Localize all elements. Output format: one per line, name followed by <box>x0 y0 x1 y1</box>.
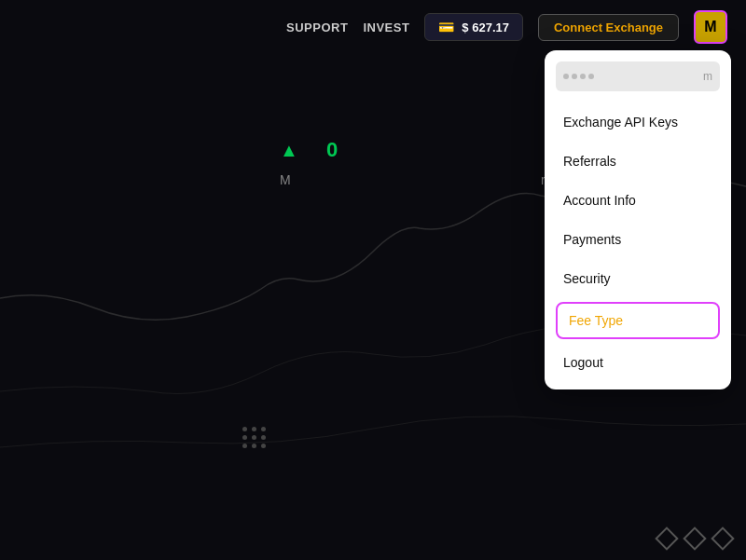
support-link[interactable]: SUPPORT <box>286 20 348 34</box>
user-dots <box>563 74 594 79</box>
dropdown-item-exchange-api-keys[interactable]: Exchange API Keys <box>545 102 731 142</box>
dropdown-item-logout[interactable]: Logout <box>545 343 731 382</box>
balance-button[interactable]: 💳 $ 627.17 <box>424 13 523 41</box>
balance-value: $ 627.17 <box>462 20 509 34</box>
invest-link[interactable]: INVEST <box>363 20 409 34</box>
dropdown-item-fee-type[interactable]: Fee Type <box>556 302 720 339</box>
connect-exchange-button[interactable]: Connect Exchange <box>538 14 679 41</box>
chart-arrow: ▲ <box>280 140 298 161</box>
chart-number: 0 <box>326 138 338 162</box>
dots-grid <box>242 427 267 448</box>
dropdown-item-payments[interactable]: Payments <box>545 220 731 259</box>
avatar-button[interactable]: M <box>694 10 727 44</box>
bottom-diamonds <box>658 530 731 547</box>
chart-label-m: M <box>280 172 291 187</box>
wallet-icon: 💳 <box>438 20 454 34</box>
dropdown-item-security[interactable]: Security <box>545 259 731 298</box>
dropdown-user-suffix: m <box>703 70 712 83</box>
diamond-icon-3[interactable] <box>711 526 734 550</box>
header: SUPPORT INVEST 💳 $ 627.17 Connect Exchan… <box>0 0 746 54</box>
dropdown-user-bar: m <box>556 61 720 91</box>
diamond-icon-1[interactable] <box>655 526 678 550</box>
dropdown-item-referrals[interactable]: Referrals <box>545 142 731 181</box>
diamond-icon-2[interactable] <box>683 526 706 550</box>
dropdown-menu: m Exchange API Keys Referrals Account In… <box>545 50 731 389</box>
dropdown-item-account-info[interactable]: Account Info <box>545 181 731 220</box>
